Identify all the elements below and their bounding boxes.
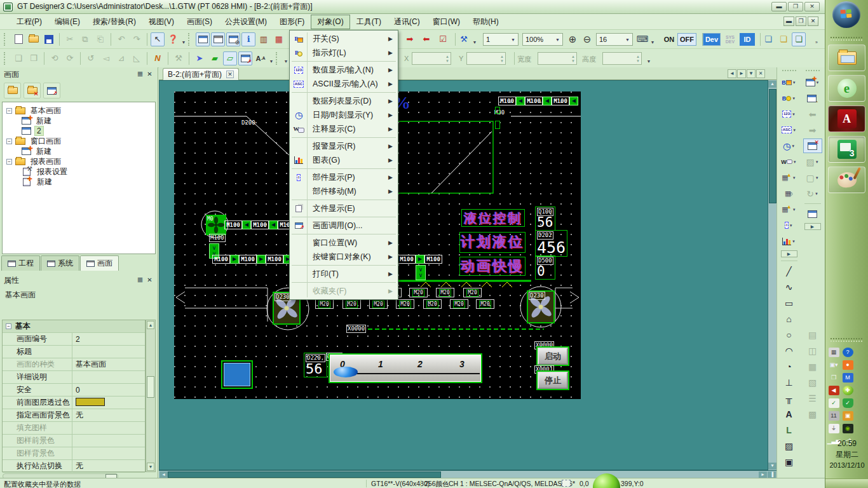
open-screen-icon[interactable]: [4, 83, 21, 98]
save-icon[interactable]: [42, 32, 56, 46]
zoom-in-icon[interactable]: ⊕: [566, 32, 580, 46]
logo-text-tool-icon[interactable]: L: [780, 423, 799, 437]
menu-item-switch[interactable]: B开关(S)▶: [290, 32, 398, 46]
m20-object[interactable]: M20: [463, 288, 482, 297]
collapse-icon[interactable]: −: [6, 108, 12, 114]
menu-edit[interactable]: 编辑(E): [48, 15, 86, 29]
collapse-icon[interactable]: −: [6, 159, 12, 165]
ime-tray-icon[interactable]: M: [843, 373, 853, 383]
m20-object[interactable]: M20: [342, 299, 361, 309]
toolbar-overflow-icon[interactable]: ▼: [283, 51, 289, 65]
delete-screen-icon[interactable]: ✕: [24, 83, 41, 98]
scale-tool-icon[interactable]: ⊥: [780, 375, 799, 390]
caption-level-control[interactable]: 液位控制: [461, 209, 525, 227]
object-setting-icon[interactable]: ⚒: [172, 51, 186, 65]
flip-icon[interactable]: ◅: [99, 51, 113, 65]
new-screen-tool-icon[interactable]: ✚▼: [803, 75, 822, 90]
tab-list-icon[interactable]: ▼: [747, 69, 756, 78]
tab-screen[interactable]: 画面: [80, 255, 119, 271]
grid-display-icon[interactable]: ⌨: [635, 32, 649, 46]
ascii-tool-icon[interactable]: ASC▼: [780, 123, 799, 137]
caption-plan-level[interactable]: 计划液位: [459, 232, 526, 253]
direct-select-icon[interactable]: ➤: [193, 51, 207, 65]
tab-close-icon[interactable]: ✕: [226, 71, 234, 78]
comment-tool-icon[interactable]: W▼: [780, 154, 799, 169]
scrollbar-thumb[interactable]: [168, 471, 441, 478]
date-box-tray-icon[interactable]: 11: [829, 411, 839, 421]
chart-tool-icon[interactable]: ▼: [780, 234, 799, 248]
scrollbar-thumb[interactable]: [147, 376, 154, 398]
menu-search-replace[interactable]: 搜索/替换(R): [86, 15, 142, 29]
select-cursor-icon[interactable]: ↖: [151, 32, 165, 46]
help-tray-icon[interactable]: ?: [843, 348, 853, 357]
menu-project[interactable]: 工程(P): [10, 15, 48, 29]
numeric-display-d100[interactable]: D100 56: [535, 207, 555, 231]
grid-size-combo[interactable]: 16▼: [596, 33, 633, 46]
show-desktop-button[interactable]: [825, 478, 868, 488]
caption-anim-speed[interactable]: 动画快慢: [459, 257, 526, 276]
device-label-d230[interactable]: D230: [275, 293, 291, 301]
editor-vscrollbar[interactable]: ▲ ▼: [768, 80, 776, 470]
width-field[interactable]: ▲▼: [538, 52, 577, 65]
toolbar-overflow-icon[interactable]: ▼: [268, 51, 275, 65]
switch-tool-icon[interactable]: B▼: [780, 75, 799, 90]
menu-tools[interactable]: 工具(T): [350, 15, 388, 29]
editor-tab[interactable]: B-2:(前面+背面) ✕: [163, 68, 239, 80]
toolbar-overflow-icon[interactable]: ▼: [180, 32, 187, 46]
taskbar-browser-button[interactable]: e: [828, 75, 865, 102]
misc-tool-icon[interactable]: ▧: [803, 375, 822, 390]
toolbar-grip[interactable]: [4, 52, 8, 65]
polygon-tool-icon[interactable]: ⌂: [780, 311, 799, 326]
open-screen-tool-icon[interactable]: ◣: [803, 91, 822, 105]
tree-item-report-screens[interactable]: −报表画面: [3, 156, 155, 166]
clock-tool-icon[interactable]: ◷▼: [780, 139, 799, 153]
m20-object[interactable]: M20: [436, 288, 454, 297]
down-arrow-object[interactable]: ∨∨: [416, 265, 426, 280]
taskbar-clock[interactable]: 20:59 星期二 2013/12/10: [825, 438, 868, 471]
misc-tool-icon[interactable]: ☰: [803, 391, 822, 405]
rectangle-tool-icon[interactable]: ▭: [780, 295, 799, 310]
align-left-icon[interactable]: ⟲: [48, 51, 62, 65]
x-field[interactable]: ▲▼: [412, 52, 451, 65]
close-panel-icon[interactable]: ✕: [145, 276, 154, 285]
conveyor-bottom-left[interactable]: M100▶ M100▶ M100▶: [212, 255, 292, 264]
tab-scroll-right-icon[interactable]: ►: [737, 69, 746, 78]
editor-hscrollbar[interactable]: ◄ ► ▐: [159, 470, 776, 478]
scroll-down-icon[interactable]: ▼: [768, 463, 776, 470]
menu-item-date-time[interactable]: ◷日期/时刻显示(Y)▶: [290, 108, 398, 122]
device-label-m0[interactable]: M0: [207, 215, 214, 222]
menu-item-data-list[interactable]: 数据列表显示(D)▶: [290, 94, 398, 108]
menu-window[interactable]: 窗口(W): [426, 15, 466, 29]
parts-library-icon[interactable]: ▦: [272, 32, 286, 46]
group-icon[interactable]: ❑: [11, 51, 25, 65]
menu-item-document-display[interactable]: 文件显示(E): [290, 201, 398, 215]
menu-item-comment-display[interactable]: W注释显示(C)▶: [290, 122, 398, 136]
circle-tool-icon[interactable]: ○: [780, 327, 799, 342]
line-tool-icon[interactable]: ╱: [780, 264, 799, 278]
device-label-m100[interactable]: M100: [209, 234, 226, 242]
m20-object[interactable]: M20: [396, 299, 414, 309]
taskbar-gtdesigner-button[interactable]: 3: [828, 136, 865, 163]
toolbar-overflow-icon[interactable]: ▼: [646, 51, 652, 65]
alarm-search-tool-icon[interactable]: ▦○: [780, 186, 799, 201]
audio-alert-tray-icon[interactable]: ◀: [829, 386, 839, 395]
tab-project[interactable]: 工程: [1, 255, 40, 271]
m20-object[interactable]: M20: [476, 299, 494, 309]
menu-common[interactable]: 公共设置(M): [219, 15, 273, 29]
preview-tool-icon[interactable]: ○: [803, 207, 822, 221]
lamp-tool-icon[interactable]: B▼: [780, 91, 799, 105]
slider-object[interactable]: 0 1 2 3: [329, 353, 482, 383]
device-label-x0000[interactable]: X0000: [346, 325, 366, 333]
device-label-d230[interactable]: D230: [529, 292, 545, 300]
m20-object[interactable]: M20: [409, 288, 428, 297]
both-layer-icon[interactable]: ❏: [792, 32, 806, 46]
tree-item-new-report[interactable]: ✚新建: [3, 177, 155, 187]
m20-object[interactable]: M20: [450, 299, 468, 309]
redo-icon[interactable]: ↷: [130, 32, 144, 46]
screen-number-combo[interactable]: 1▼: [483, 33, 519, 46]
copy-icon[interactable]: ⧉: [78, 32, 92, 46]
toolbar-grip[interactable]: [276, 52, 280, 65]
id-button[interactable]: ID: [740, 33, 755, 46]
start-button-object[interactable]: 启动: [538, 348, 568, 365]
misc-tool-icon[interactable]: ◫: [803, 343, 822, 358]
